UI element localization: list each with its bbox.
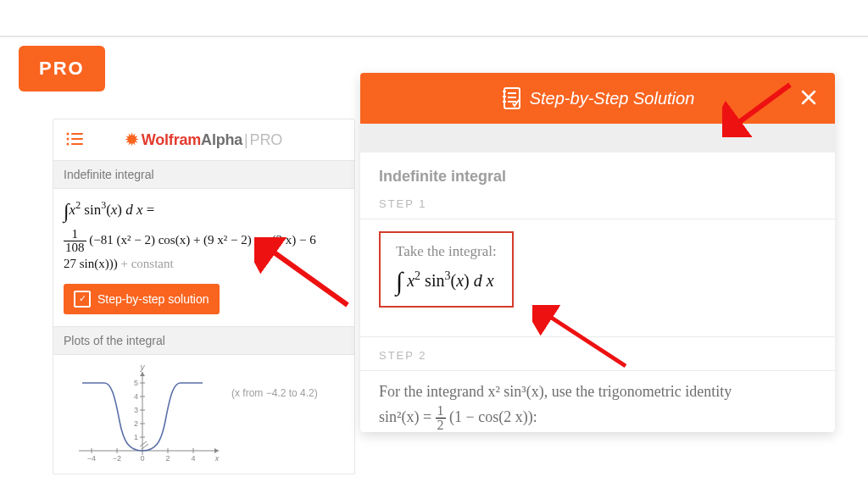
top-divider [0, 36, 868, 37]
step-1-integral: ∫ x2 sin3(x) d x [396, 267, 497, 296]
step-2-right: (1 − cos(2 x)): [446, 408, 537, 424]
step-btn-label: Step-by-step solution [97, 292, 209, 306]
integral-plot: y 1 2 3 4 5 −4 −2 0 2 4 x [62, 362, 223, 463]
brand-pipe: | [244, 131, 248, 148]
integral-lhs: ∫x2 sin3(x) d x = [64, 199, 344, 223]
notebook-icon [501, 86, 521, 110]
section-plots: Plots of the integral [53, 326, 354, 355]
pro-badge: PRO [19, 46, 105, 92]
checkbox-icon: ✓ [74, 291, 91, 308]
wa-result-body: ∫x2 sin3(x) d x = 1108 (−81 (x² − 2) cos… [53, 189, 354, 326]
step-by-step-solution-button[interactable]: ✓ Step-by-step solution [64, 284, 220, 314]
svg-text:1: 1 [134, 433, 138, 441]
step-1-highlight-box: Take the integral: ∫ x2 sin3(x) d x [379, 231, 514, 308]
integral-result: 1108 (−81 (x² − 2) cos(x) + (9 x² − 2) c… [64, 228, 344, 274]
frac-num: 1 [64, 228, 86, 241]
menu-icon[interactable] [65, 131, 84, 147]
svg-point-4 [67, 138, 70, 141]
wa-header: ✹WolframAlpha|PRO [53, 119, 354, 160]
spikey-icon: ✹ [125, 131, 138, 148]
svg-text:2: 2 [134, 419, 138, 428]
brand-wolfram: Wolfram [142, 131, 201, 148]
step-2-label: STEP 2 [360, 336, 835, 371]
svg-text:4: 4 [134, 392, 138, 401]
ss-section-title: Indefinite integral [360, 152, 835, 197]
step-panel-header: Step-by-Step Solution [360, 73, 835, 124]
step-2-line1: For the integrand x² sin³(x), use the tr… [379, 383, 732, 400]
step-2-left: sin²(x) = [379, 408, 436, 424]
step-by-step-panel: Step-by-Step Solution Indefinite integra… [360, 73, 835, 432]
plus-constant: + constant [118, 257, 174, 270]
brand-pro: PRO [250, 131, 282, 148]
close-button[interactable] [798, 86, 820, 108]
section-indefinite-integral: Indefinite integral [53, 160, 354, 189]
close-icon [800, 89, 817, 106]
svg-text:0: 0 [140, 454, 144, 463]
svg-text:3: 3 [134, 406, 138, 414]
svg-text:5: 5 [134, 379, 138, 387]
expr-a: (−81 (x² − 2) cos(x) + (9 x² − 2) cos(3 … [89, 233, 316, 247]
step-panel-title: Step-by-Step Solution [530, 89, 695, 108]
brand-alpha: Alpha [201, 131, 242, 148]
half-num: 1 [436, 404, 446, 419]
frac-den: 108 [64, 241, 86, 254]
wolfram-alpha-logo: ✹WolframAlpha|PRO [125, 130, 282, 149]
svg-point-3 [67, 133, 70, 136]
plot-range-note: (x from −4.2 to 4.2) [231, 387, 318, 399]
svg-text:4: 4 [191, 454, 195, 463]
step-panel-subheader [360, 124, 835, 152]
step-1-label: STEP 1 [360, 197, 835, 219]
svg-text:x: x [214, 454, 220, 463]
wolfram-alpha-card: ✹WolframAlpha|PRO Indefinite integral ∫x… [53, 119, 355, 474]
take-integral-text: Take the integral: [396, 243, 497, 260]
plot-area: y 1 2 3 4 5 −4 −2 0 2 4 x [53, 355, 354, 474]
svg-text:−4: −4 [87, 454, 96, 463]
svg-text:y: y [140, 363, 146, 372]
expr-b: 27 sin(x))) [64, 257, 118, 270]
half-den: 2 [436, 419, 446, 432]
svg-point-5 [67, 143, 70, 146]
step-2-text: For the integrand x² sin³(x), use the tr… [360, 371, 835, 432]
svg-text:−2: −2 [113, 454, 121, 463]
svg-text:2: 2 [165, 454, 170, 463]
